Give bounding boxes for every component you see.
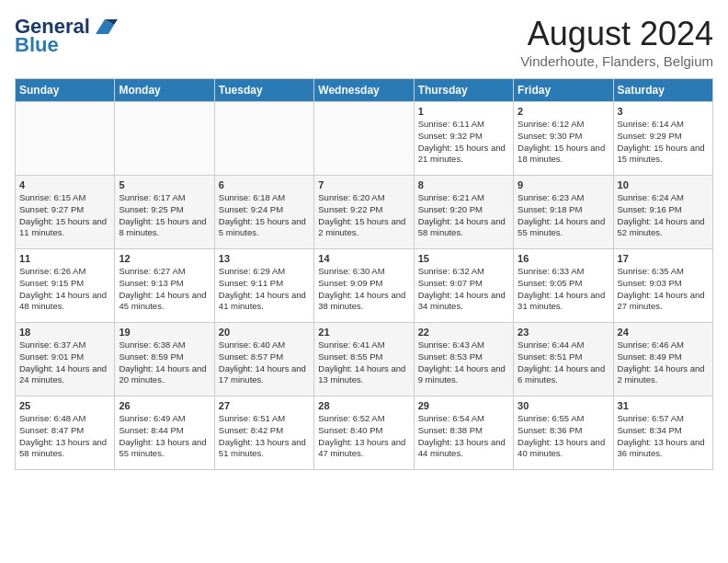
day-number: 25 (19, 400, 110, 411)
day-info: Daylight: 14 hours and 9 minutes. (418, 363, 509, 387)
calendar-cell: 13Sunrise: 6:29 AMSunset: 9:11 PMDayligh… (214, 249, 313, 323)
day-info: Sunrise: 6:20 AM (318, 192, 409, 204)
calendar-cell: 21Sunrise: 6:41 AMSunset: 8:55 PMDayligh… (314, 323, 414, 396)
day-info: Sunrise: 6:57 AM (618, 413, 709, 425)
day-info: Daylight: 14 hours and 20 minutes. (119, 363, 210, 387)
day-info: Sunrise: 6:52 AM (318, 413, 409, 425)
day-info: Sunset: 9:27 PM (19, 204, 110, 216)
day-info: Sunrise: 6:17 AM (119, 192, 210, 204)
week-row-3: 11Sunrise: 6:26 AMSunset: 9:15 PMDayligh… (16, 249, 713, 323)
day-info: Sunrise: 6:26 AM (19, 266, 110, 278)
day-info: Sunrise: 6:21 AM (418, 192, 509, 204)
day-number: 7 (318, 179, 409, 190)
day-info: Sunrise: 6:15 AM (19, 192, 110, 204)
calendar-cell: 26Sunrise: 6:49 AMSunset: 8:44 PMDayligh… (115, 396, 214, 470)
day-info: Daylight: 13 hours and 58 minutes. (19, 437, 110, 461)
day-info: Sunrise: 6:46 AM (618, 339, 709, 351)
day-info: Sunset: 8:55 PM (318, 351, 409, 363)
day-info: Daylight: 13 hours and 51 minutes. (219, 437, 310, 461)
day-info: Sunset: 9:07 PM (418, 278, 509, 290)
day-info: Sunrise: 6:18 AM (219, 192, 310, 204)
day-info: Sunset: 8:49 PM (618, 351, 709, 363)
day-info: Sunset: 8:57 PM (219, 351, 310, 363)
day-number: 27 (219, 400, 310, 411)
day-info: Sunset: 9:11 PM (219, 278, 310, 290)
calendar-cell: 6Sunrise: 6:18 AMSunset: 9:24 PMDaylight… (214, 176, 313, 249)
day-info: Sunrise: 6:38 AM (119, 339, 210, 351)
day-info: Sunset: 9:30 PM (518, 131, 609, 143)
day-info: Sunset: 8:36 PM (518, 425, 609, 437)
day-info: Sunset: 9:22 PM (318, 204, 409, 216)
calendar-cell: 9Sunrise: 6:23 AMSunset: 9:18 PMDaylight… (514, 176, 613, 249)
calendar-cell: 11Sunrise: 6:26 AMSunset: 9:15 PMDayligh… (16, 249, 115, 323)
day-info: Daylight: 14 hours and 38 minutes. (318, 290, 409, 314)
day-info: Sunset: 9:24 PM (219, 204, 310, 216)
day-info: Sunrise: 6:49 AM (119, 413, 210, 425)
day-info: Sunset: 8:42 PM (219, 425, 310, 437)
day-number: 3 (618, 106, 709, 117)
week-row-2: 4Sunrise: 6:15 AMSunset: 9:27 PMDaylight… (16, 176, 713, 249)
day-info: Sunrise: 6:51 AM (219, 413, 310, 425)
day-info: Daylight: 13 hours and 36 minutes. (618, 437, 709, 461)
day-info: Sunrise: 6:12 AM (518, 119, 609, 131)
calendar-table: SundayMondayTuesdayWednesdayThursdayFrid… (15, 78, 713, 470)
day-info: Daylight: 14 hours and 2 minutes. (618, 363, 709, 387)
day-info: Daylight: 15 hours and 5 minutes. (219, 216, 310, 240)
day-info: Sunrise: 6:33 AM (518, 266, 609, 278)
calendar-cell: 17Sunrise: 6:35 AMSunset: 9:03 PMDayligh… (613, 249, 712, 323)
day-info: Daylight: 14 hours and 24 minutes. (19, 363, 110, 387)
calendar-cell: 7Sunrise: 6:20 AMSunset: 9:22 PMDaylight… (314, 176, 414, 249)
day-number: 11 (19, 253, 110, 264)
calendar-cell: 18Sunrise: 6:37 AMSunset: 9:01 PMDayligh… (16, 323, 115, 396)
day-info: Daylight: 14 hours and 17 minutes. (219, 363, 310, 387)
day-number: 19 (119, 327, 210, 338)
day-info: Daylight: 14 hours and 58 minutes. (418, 216, 509, 240)
day-number: 26 (119, 400, 210, 411)
calendar-cell: 25Sunrise: 6:48 AMSunset: 8:47 PMDayligh… (16, 396, 115, 470)
day-number: 12 (119, 253, 210, 264)
day-info: Sunrise: 6:14 AM (618, 119, 709, 131)
calendar-cell: 12Sunrise: 6:27 AMSunset: 9:13 PMDayligh… (115, 249, 214, 323)
day-number: 2 (518, 106, 609, 117)
day-info: Sunset: 9:18 PM (518, 204, 609, 216)
day-info: Daylight: 14 hours and 52 minutes. (618, 216, 709, 240)
calendar-cell: 20Sunrise: 6:40 AMSunset: 8:57 PMDayligh… (214, 323, 313, 396)
calendar-cell: 23Sunrise: 6:44 AMSunset: 8:51 PMDayligh… (514, 323, 613, 396)
day-info: Sunset: 8:44 PM (119, 425, 210, 437)
day-info: Sunrise: 6:29 AM (219, 266, 310, 278)
day-info: Daylight: 14 hours and 45 minutes. (119, 290, 210, 314)
day-info: Daylight: 14 hours and 48 minutes. (19, 290, 110, 314)
day-info: Sunset: 9:09 PM (318, 278, 409, 290)
day-info: Daylight: 14 hours and 41 minutes. (219, 290, 310, 314)
calendar-cell: 4Sunrise: 6:15 AMSunset: 9:27 PMDaylight… (16, 176, 115, 249)
day-number: 10 (618, 179, 709, 190)
week-row-4: 18Sunrise: 6:37 AMSunset: 9:01 PMDayligh… (16, 323, 713, 396)
week-row-5: 25Sunrise: 6:48 AMSunset: 8:47 PMDayligh… (16, 396, 713, 470)
day-info: Daylight: 15 hours and 18 minutes. (518, 143, 609, 167)
day-info: Daylight: 13 hours and 44 minutes. (418, 437, 509, 461)
calendar-cell (314, 102, 414, 176)
day-number: 23 (518, 327, 609, 338)
day-info: Sunset: 8:47 PM (19, 425, 110, 437)
day-info: Sunrise: 6:48 AM (19, 413, 110, 425)
calendar-cell (115, 102, 214, 176)
day-info: Sunrise: 6:55 AM (518, 413, 609, 425)
calendar-cell: 24Sunrise: 6:46 AMSunset: 8:49 PMDayligh… (613, 323, 712, 396)
day-header-sunday: Sunday (16, 79, 115, 102)
day-info: Sunset: 8:59 PM (119, 351, 210, 363)
calendar-cell: 2Sunrise: 6:12 AMSunset: 9:30 PMDaylight… (514, 102, 613, 176)
calendar-cell: 19Sunrise: 6:38 AMSunset: 8:59 PMDayligh… (115, 323, 214, 396)
day-info: Sunrise: 6:43 AM (418, 339, 509, 351)
calendar-cell: 10Sunrise: 6:24 AMSunset: 9:16 PMDayligh… (613, 176, 712, 249)
day-number: 24 (618, 327, 709, 338)
day-number: 31 (618, 400, 709, 411)
day-number: 13 (219, 253, 310, 264)
day-info: Sunset: 8:40 PM (318, 425, 409, 437)
day-number: 29 (418, 400, 509, 411)
logo: General Blue (15, 15, 118, 57)
day-number: 5 (119, 179, 210, 190)
day-info: Sunrise: 6:27 AM (119, 266, 210, 278)
day-number: 6 (219, 179, 310, 190)
day-info: Sunset: 9:03 PM (618, 278, 709, 290)
day-info: Sunset: 9:05 PM (518, 278, 609, 290)
